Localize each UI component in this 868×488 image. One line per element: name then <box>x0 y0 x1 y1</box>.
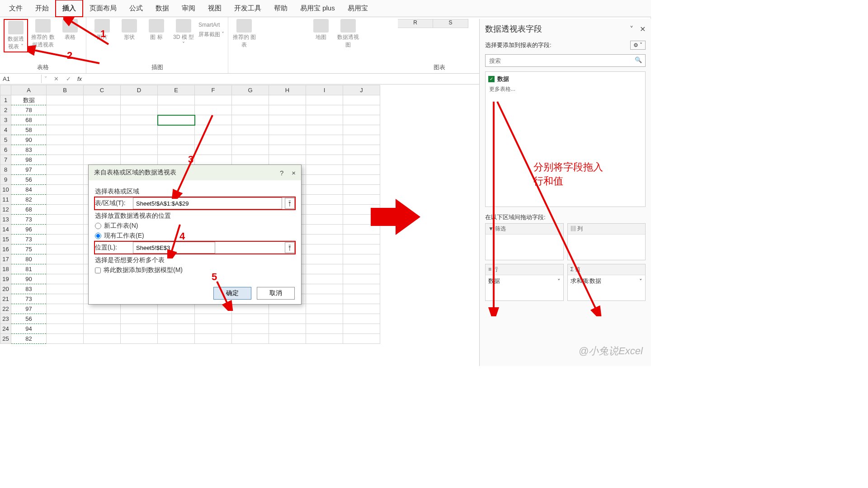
field-list[interactable]: ✓ 数据 更多表格... <box>485 71 646 207</box>
cell[interactable] <box>195 135 232 145</box>
cell[interactable] <box>232 314 269 324</box>
cell[interactable] <box>232 125 269 135</box>
row-header[interactable]: 21 <box>0 294 11 304</box>
cell[interactable] <box>121 145 158 155</box>
cell[interactable] <box>121 115 158 125</box>
cell[interactable] <box>158 314 195 324</box>
cell[interactable] <box>306 175 343 185</box>
cell[interactable] <box>306 155 343 165</box>
cell[interactable] <box>195 95 232 105</box>
cell[interactable]: 73 <box>11 235 47 244</box>
col-header-J[interactable]: J <box>343 85 380 95</box>
value-field-item[interactable]: 求和项:数据˅ <box>568 275 646 287</box>
enter-icon[interactable]: ✓ <box>62 75 75 82</box>
cell[interactable] <box>343 324 380 334</box>
cell[interactable] <box>84 324 121 334</box>
row-header[interactable]: 6 <box>0 145 11 155</box>
cell[interactable] <box>232 324 269 334</box>
cell[interactable] <box>306 274 343 284</box>
col-header-I[interactable]: I <box>306 85 343 95</box>
recommended-pivot-button[interactable]: 推荐的 数据透视表 <box>31 19 55 49</box>
tab-insert[interactable]: 插入 <box>55 0 83 17</box>
row-header[interactable]: 10 <box>0 185 11 195</box>
cell[interactable] <box>269 324 306 334</box>
cell[interactable]: 90 <box>11 274 47 284</box>
chart-type-icon[interactable] <box>275 19 290 32</box>
chart-type-icon[interactable] <box>259 19 274 32</box>
cell[interactable] <box>84 105 121 115</box>
pictures-button[interactable]: 图片 <box>90 19 114 41</box>
cell[interactable] <box>158 125 195 135</box>
cell[interactable] <box>47 235 84 244</box>
cell[interactable]: 90 <box>11 135 47 145</box>
cell[interactable] <box>121 95 158 105</box>
cell[interactable] <box>195 115 232 125</box>
cell[interactable] <box>232 95 269 105</box>
cell[interactable]: 数据 <box>11 95 47 105</box>
cell[interactable] <box>306 304 343 314</box>
cell[interactable] <box>195 314 232 324</box>
row-header[interactable]: 5 <box>0 135 11 145</box>
cell[interactable] <box>121 125 158 135</box>
more-tables-link[interactable]: 更多表格... <box>487 84 643 94</box>
range-picker-icon[interactable]: ⭱ <box>285 198 295 209</box>
zone-values[interactable]: Σ 值 求和项:数据˅ <box>567 264 646 301</box>
smartart-button[interactable]: SmartArt <box>198 22 224 28</box>
cell[interactable] <box>343 274 380 284</box>
cell[interactable] <box>47 145 84 155</box>
pane-dropdown-icon[interactable]: ˅ <box>630 25 633 33</box>
cell[interactable] <box>269 304 306 314</box>
checkbox-checked-icon[interactable]: ✓ <box>488 76 495 82</box>
cell[interactable] <box>269 115 306 125</box>
cell[interactable]: 73 <box>11 294 47 304</box>
cell[interactable] <box>47 155 84 165</box>
cell[interactable] <box>343 105 380 115</box>
cell[interactable]: 58 <box>11 125 47 135</box>
cell[interactable] <box>121 135 158 145</box>
cell[interactable] <box>306 135 343 145</box>
chart-type-icon[interactable] <box>292 33 306 46</box>
cell[interactable] <box>343 125 380 135</box>
ok-button[interactable]: 确定 <box>213 287 251 300</box>
cell[interactable] <box>343 334 380 344</box>
model-checkbox[interactable] <box>95 267 101 273</box>
cell[interactable] <box>158 334 195 344</box>
chevron-down-icon[interactable]: ˅ <box>557 278 561 285</box>
cell[interactable] <box>343 235 380 244</box>
cell[interactable] <box>195 145 232 155</box>
cell[interactable] <box>47 294 84 304</box>
row-field-item[interactable]: 数据˅ <box>486 275 563 287</box>
fx-icon[interactable]: fx <box>75 75 85 82</box>
cancel-icon[interactable]: ✕ <box>50 75 62 82</box>
cell[interactable] <box>84 304 121 314</box>
cell[interactable] <box>84 155 121 165</box>
cell[interactable] <box>269 155 306 165</box>
tab-help[interactable]: 帮助 <box>268 0 294 16</box>
row-header[interactable]: 7 <box>0 155 11 165</box>
cell[interactable] <box>47 254 84 264</box>
cell[interactable] <box>306 314 343 324</box>
table-button[interactable]: 表格 <box>58 19 82 41</box>
col-header-s[interactable]: S <box>433 19 468 28</box>
cell[interactable] <box>306 294 343 304</box>
cell[interactable]: 82 <box>11 334 47 344</box>
cell[interactable] <box>47 135 84 145</box>
cell[interactable] <box>306 284 343 294</box>
location-input[interactable] <box>133 242 215 253</box>
help-icon[interactable]: ? <box>280 169 283 177</box>
cell[interactable] <box>47 314 84 324</box>
row-header[interactable]: 16 <box>0 244 11 254</box>
cell[interactable] <box>158 145 195 155</box>
row-header[interactable]: 17 <box>0 254 11 264</box>
zone-columns[interactable]: ▥ 列 <box>567 223 646 260</box>
row-header[interactable]: 8 <box>0 165 11 175</box>
row-header[interactable]: 3 <box>0 115 11 125</box>
cell[interactable] <box>47 274 84 284</box>
cell[interactable] <box>269 105 306 115</box>
cell[interactable] <box>343 95 380 105</box>
cell[interactable] <box>158 95 195 105</box>
map-button[interactable]: 地图 <box>309 19 333 41</box>
close-icon[interactable]: × <box>292 169 296 177</box>
col-header-F[interactable]: F <box>195 85 232 95</box>
cell[interactable] <box>84 314 121 324</box>
